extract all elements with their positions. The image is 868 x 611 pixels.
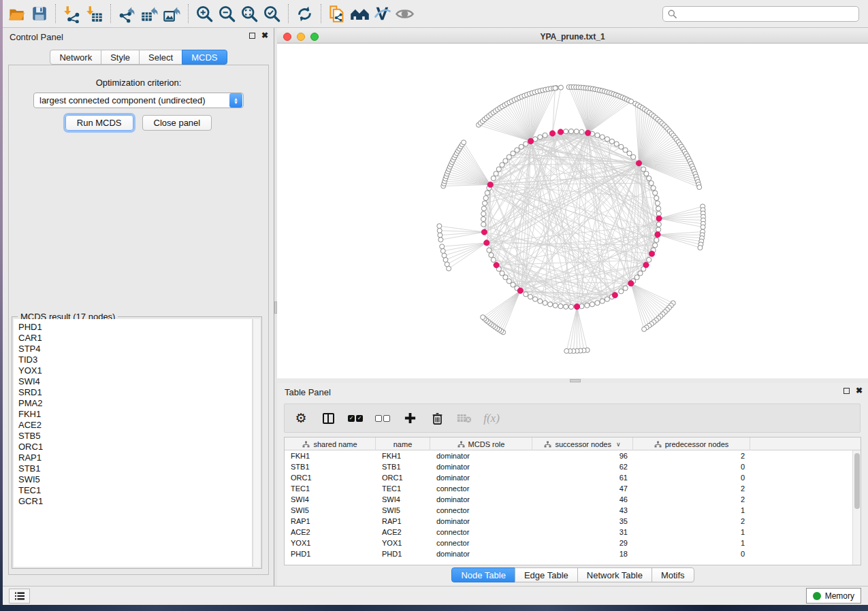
mcds-result-item[interactable]: GCR1 (18, 496, 252, 507)
close-panel-button[interactable]: Close panel (142, 115, 212, 131)
float-panel-icon[interactable] (249, 33, 255, 39)
global-search[interactable] (662, 6, 859, 22)
zoom-in-icon (195, 5, 214, 23)
mcds-result-item[interactable]: ACE2 (18, 420, 252, 431)
mcds-result-item[interactable]: RAP1 (18, 452, 252, 463)
memory-status-icon (813, 592, 821, 600)
network-canvas[interactable] (277, 44, 868, 378)
memory-label: Memory (825, 591, 854, 601)
run-mcds-button[interactable]: Run MCDS (65, 115, 133, 131)
select-all-columns-button[interactable]: ✓✓ (346, 408, 365, 429)
network-window-titlebar[interactable]: YPA_prune.txt_1 (277, 30, 868, 44)
tab-node-table[interactable]: Node Table (451, 567, 515, 582)
table-row[interactable]: RAP1RAP1dominator352 (285, 516, 861, 527)
maximize-window-icon[interactable] (310, 33, 319, 41)
table-scrollbar[interactable] (852, 450, 861, 565)
table-row[interactable]: TEC1TEC1connector472 (285, 483, 861, 494)
mcds-result-item[interactable]: CAR1 (18, 333, 252, 344)
mcds-result-item[interactable]: STB5 (18, 431, 252, 442)
toolbar-separator (110, 4, 111, 23)
column-header-name[interactable]: name (376, 437, 430, 450)
deselect-all-columns-button[interactable] (373, 408, 392, 429)
letter-v-stroke-button[interactable] (371, 2, 393, 25)
export-network-button[interactable] (116, 2, 138, 25)
import-network-button[interactable] (61, 2, 83, 25)
optimization-criterion-select[interactable]: largest connected component (undirected)… (33, 93, 244, 108)
close-panel-icon[interactable]: ✖ (856, 387, 863, 395)
columns-icon (323, 413, 334, 424)
mcds-result-item[interactable]: STP4 (18, 344, 252, 354)
table-row[interactable]: STB1STB1dominator620 (285, 461, 861, 472)
tab-network[interactable]: Network (50, 50, 101, 65)
close-window-icon[interactable] (283, 33, 291, 41)
zoom-in-button[interactable] (193, 2, 216, 25)
table-row[interactable]: PHD1PHD1dominator180 (285, 548, 861, 559)
zoom-out-button[interactable] (216, 2, 238, 25)
memory-button[interactable]: Memory (806, 588, 861, 604)
table-cell: dominator (430, 516, 532, 527)
export-image-button[interactable] (161, 2, 183, 25)
houses-button[interactable] (349, 2, 371, 25)
column-header-MCDS-role[interactable]: MCDS role (430, 437, 532, 450)
eye-button[interactable] (393, 2, 416, 25)
delete-column-button[interactable] (428, 408, 447, 429)
mcds-result-item[interactable]: TID3 (18, 354, 252, 365)
export-table-button[interactable] (138, 2, 161, 25)
import-table-icon (85, 5, 103, 23)
table-row[interactable]: SWI5SWI5connector431 (285, 505, 861, 516)
mcds-result-item[interactable]: ORC1 (18, 442, 252, 452)
network-window-title: YPA_prune.txt_1 (540, 32, 605, 42)
mcds-result-item[interactable]: SWI4 (18, 376, 252, 387)
mcds-result-item[interactable]: TEC1 (18, 485, 252, 496)
table-settings-button[interactable]: ⚙ (291, 408, 310, 429)
clone-network-button[interactable] (326, 2, 349, 25)
task-history-button[interactable] (9, 589, 30, 604)
add-column-button[interactable] (400, 408, 419, 429)
tab-select[interactable]: Select (139, 50, 182, 65)
open-file-button[interactable] (5, 2, 28, 25)
table-cell: 0 (633, 461, 750, 472)
table-row[interactable]: YOX1YOX1connector291 (285, 538, 861, 548)
tab-style[interactable]: Style (101, 50, 140, 65)
open-folder-icon (7, 5, 26, 23)
table-cell: 46 (532, 494, 633, 505)
import-table-button[interactable] (83, 2, 106, 25)
search-input[interactable] (677, 7, 858, 20)
table-cell: 43 (532, 505, 633, 516)
table-row[interactable]: ORC1ORC1dominator610 (285, 472, 861, 483)
mcds-list-scrollbar[interactable] (253, 319, 260, 567)
float-panel-icon[interactable] (843, 388, 850, 394)
mcds-result-item[interactable]: YOX1 (18, 365, 252, 376)
tab-edge-table[interactable]: Edge Table (515, 567, 578, 582)
column-header-shared-name[interactable]: shared name (285, 437, 376, 450)
zoom-fit-button[interactable] (238, 2, 261, 25)
mcds-result-item[interactable]: FKH1 (18, 409, 252, 420)
minimize-window-icon[interactable] (297, 33, 305, 41)
table-row[interactable]: ACE2ACE2connector311 (285, 527, 861, 538)
mcds-result-item[interactable]: PMA2 (18, 398, 252, 409)
scrollbar-thumb[interactable] (854, 453, 860, 509)
zoom-selected-button[interactable] (261, 2, 283, 25)
table-row[interactable]: SWI4SWI4dominator462 (285, 494, 861, 505)
tab-motifs[interactable]: Motifs (652, 567, 694, 582)
mcds-result-item[interactable]: SWI5 (18, 474, 252, 485)
table-row[interactable]: FKH1FKH1dominator962 (285, 450, 861, 461)
mcds-result-item[interactable]: PHD1 (18, 322, 252, 333)
export-image-icon (163, 5, 181, 23)
splitter-grip[interactable] (570, 379, 581, 382)
mcds-result-item[interactable]: STB1 (18, 463, 252, 474)
save-session-button[interactable] (28, 2, 50, 25)
refresh-button[interactable] (293, 2, 316, 25)
column-header-predecessor-nodes[interactable]: predecessor nodes (633, 437, 750, 450)
mcds-result-item[interactable]: SRD1 (18, 387, 252, 398)
toolbar-separator (321, 4, 321, 23)
show-columns-button[interactable] (319, 408, 338, 429)
tab-mcds[interactable]: MCDS (182, 50, 227, 65)
function-builder-button[interactable]: f(x) (482, 408, 501, 429)
close-panel-icon[interactable]: ✖ (261, 32, 268, 39)
column-label: name (393, 440, 413, 448)
column-header-successor-nodes[interactable]: successor nodes∨ (532, 437, 633, 450)
horizontal-splitter[interactable] (277, 378, 868, 383)
delete-table-button[interactable] (455, 408, 474, 429)
tab-network-table[interactable]: Network Table (577, 567, 652, 582)
